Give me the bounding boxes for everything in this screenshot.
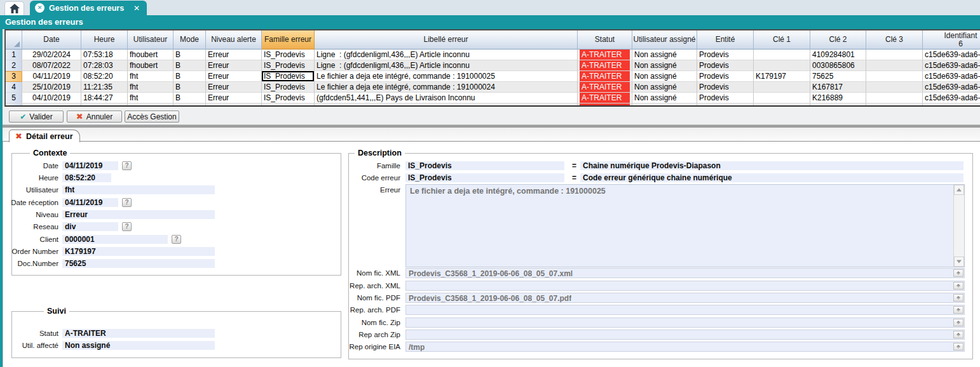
cell-mode[interactable]: B — [174, 50, 206, 60]
cell-statut[interactable]: A-TRAITER — [578, 71, 632, 82]
spin-control-icon[interactable] — [953, 319, 963, 326]
help-button-reseau[interactable]: ? — [122, 222, 132, 231]
table-row[interactable]: 5 04/10/2019 18:44:27 fht B Erreur IS_Pr… — [6, 93, 980, 103]
spin-control-icon[interactable] — [953, 331, 963, 338]
scroll-up-button[interactable] — [954, 185, 964, 195]
client-field[interactable]: 0000001 — [62, 235, 168, 244]
cell-fam[interactable]: IS_Prodevis — [262, 60, 315, 71]
column-header-cle2[interactable]: Clé 2 — [810, 30, 866, 50]
cell-entite[interactable]: Prodevis — [697, 93, 754, 103]
cell-assigne[interactable]: Non assigné — [632, 60, 697, 71]
cell-niveau[interactable]: Erreur — [206, 82, 262, 93]
cell-cle3[interactable] — [866, 93, 923, 103]
row-number-cell[interactable]: 3 — [6, 71, 22, 82]
util-affecte-field[interactable]: Non assigné — [62, 341, 215, 350]
cell-entite[interactable]: Prodevis — [697, 60, 754, 71]
cell-cle2[interactable]: 75625 — [810, 71, 866, 82]
cell-util[interactable]: fht — [128, 82, 174, 93]
cell-niveau[interactable]: Erreur — [206, 93, 262, 103]
spin-control-icon[interactable] — [953, 294, 963, 302]
home-tab[interactable] — [4, 1, 24, 15]
cell-cle1[interactable] — [754, 50, 810, 60]
cell-entite[interactable]: Prodevis — [697, 71, 754, 82]
annuler-button[interactable]: ✖ Annuler — [67, 110, 122, 123]
cell-cle2[interactable]: 0030865806 — [810, 60, 866, 71]
cell-ident[interactable]: c15de639-ada6-1d — [923, 93, 980, 103]
cell-entite[interactable]: Prodevis — [697, 82, 754, 93]
cell-heure[interactable]: 18:44:27 — [81, 93, 128, 103]
cell-date[interactable]: 25/10/2019 — [22, 82, 81, 93]
cell-mode[interactable]: B — [174, 82, 206, 93]
cell-util[interactable]: fht — [128, 71, 174, 82]
nom-fic-zip-field[interactable] — [405, 317, 965, 328]
cell-ident[interactable]: c15de639-ada6-1d — [923, 82, 980, 93]
column-header-date[interactable]: Date — [22, 30, 81, 50]
code-erreur-field[interactable]: IS_Prodevis — [405, 173, 564, 182]
order-number-field[interactable]: K179197 — [62, 247, 215, 256]
cell-date[interactable]: 04/10/2019 — [22, 93, 81, 103]
nom-fic-pdf-field[interactable]: Prodevis_C3568_1_2019-06-06_08_05_07.pdf — [405, 293, 965, 303]
reseau-field[interactable]: div — [62, 222, 118, 231]
row-number-cell[interactable]: 2 — [6, 60, 22, 71]
cell-date[interactable]: 04/11/2019 — [22, 71, 81, 82]
column-header-heure[interactable]: Heure — [81, 30, 128, 50]
help-button-date-reception[interactable]: ? — [122, 198, 132, 207]
cell-cle3[interactable] — [866, 82, 923, 93]
cell-lib[interactable]: Le fichier a deja ete intégré, commande … — [315, 71, 578, 82]
column-header-cle1[interactable]: Clé 1 — [754, 30, 810, 50]
cell-niveau[interactable]: Erreur — [206, 50, 262, 60]
cell-cle3[interactable] — [866, 60, 923, 71]
cell-cle1[interactable] — [754, 82, 810, 93]
cell-fam[interactable]: IS_Prodevis — [262, 82, 315, 93]
cell-heure[interactable]: 08:52:20 — [81, 71, 128, 82]
cell-statut[interactable]: A-TRAITER — [578, 50, 632, 60]
tab-detail-erreur[interactable]: ✖ Détail erreur — [9, 130, 80, 142]
help-button-date[interactable]: ? — [122, 161, 132, 170]
cell-assigne[interactable]: Non assigné — [632, 71, 697, 82]
column-header-util[interactable]: Utilisateur — [128, 30, 174, 50]
utilisateur-field[interactable]: fht — [62, 185, 215, 194]
cell-assigne[interactable]: Non assigné — [632, 50, 697, 60]
acces-gestion-button[interactable]: Accès Gestion — [125, 110, 179, 123]
niveau-field[interactable]: Erreur — [62, 210, 215, 219]
famille-field[interactable]: IS_Prodevis — [405, 161, 564, 170]
column-header-entite[interactable]: Entité — [697, 30, 754, 50]
cell-fam[interactable]: IS_Prodevis — [262, 50, 315, 60]
cell-cle3[interactable] — [866, 50, 923, 60]
cell-mode[interactable]: B — [174, 71, 206, 82]
row-number-cell[interactable]: 5 — [6, 93, 22, 103]
spin-control-icon[interactable] — [953, 282, 963, 290]
column-header-statut[interactable]: Statut — [578, 30, 632, 50]
cell-lib[interactable]: Le fichier a deja ete intégré, commande … — [315, 82, 578, 93]
column-header-lib[interactable]: Libellé erreur — [315, 30, 578, 50]
cell-fam[interactable]: IS_Prodevis — [262, 71, 315, 82]
heure-field[interactable]: 08:52:20 — [62, 173, 111, 182]
cell-heure[interactable]: 07:53:18 — [81, 50, 128, 60]
cell-mode[interactable]: B — [174, 60, 206, 71]
cell-util[interactable]: fht — [128, 93, 174, 103]
table-row[interactable]: 3 04/11/2019 08:52:20 fht B Erreur IS_Pr… — [6, 71, 980, 82]
cell-util[interactable]: fhoubert — [128, 60, 174, 71]
cell-util[interactable]: fhoubert — [128, 50, 174, 60]
cell-cle1[interactable] — [754, 60, 810, 71]
famille-libelle-field[interactable]: Chaine numérique Prodevis-Diapason — [580, 161, 963, 170]
cell-niveau[interactable]: Erreur — [206, 71, 262, 82]
cell-cle1[interactable] — [754, 93, 810, 103]
column-header-ident[interactable]: Identifiant6 — [923, 30, 980, 50]
cell-statut[interactable]: A-TRAITER — [578, 60, 632, 71]
cell-ident[interactable]: c15de639-ada6-1d — [923, 71, 980, 82]
column-header-niveau[interactable]: Niveau alerte — [206, 30, 262, 50]
spin-control-icon[interactable] — [953, 343, 963, 350]
table-row[interactable]: 4 25/10/2019 11:21:35 fht B Erreur IS_Pr… — [6, 82, 980, 93]
table-row[interactable]: 2 08/07/2022 07:28:03 fhoubert B Erreur … — [6, 60, 980, 71]
date-reception-field[interactable]: 04/11/2019 — [62, 198, 118, 207]
cell-ident[interactable]: c15de639-ada6-1d — [923, 60, 980, 71]
rep-origine-eia-field[interactable]: /tmp — [405, 342, 965, 352]
cell-niveau[interactable]: Erreur — [206, 60, 262, 71]
cell-statut[interactable]: A-TRAITER — [578, 82, 632, 93]
scrollbar[interactable] — [953, 185, 964, 267]
cell-statut[interactable]: A-TRAITER — [578, 93, 632, 103]
column-header-mode[interactable]: Mode — [174, 30, 206, 50]
cell-lib[interactable]: (gfdcden51,441,,,E) Pays de Livraison In… — [315, 93, 578, 103]
spin-control-icon[interactable] — [953, 306, 963, 314]
